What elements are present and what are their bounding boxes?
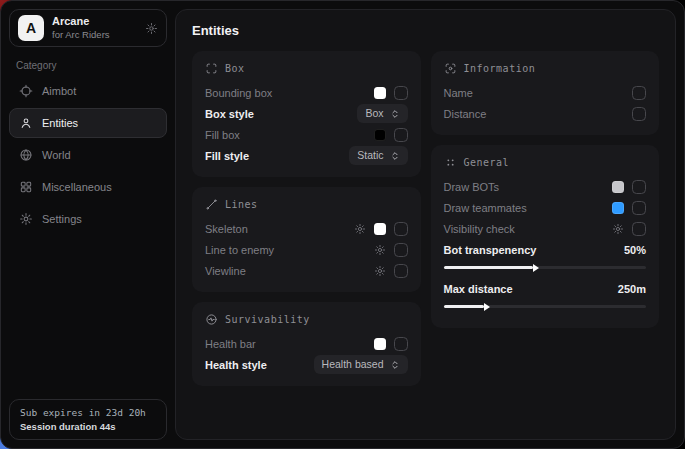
section-header: Survivability: [205, 313, 408, 326]
app-logo: A: [18, 15, 44, 41]
dropdown-value: Health based: [322, 358, 384, 371]
section-header: Information: [444, 62, 647, 75]
sidebar-item-label: Miscellaneous: [42, 181, 112, 193]
health-style-dropdown[interactable]: Health based: [314, 355, 408, 374]
slider-value: 50%: [624, 244, 646, 256]
gear-icon: [19, 212, 33, 226]
settings-gear-icon[interactable]: [612, 223, 624, 235]
dropdown-value: Static: [357, 149, 383, 162]
color-swatch[interactable]: [374, 87, 386, 99]
setting-row: Bounding box: [205, 82, 408, 103]
sidebar-item-label: Settings: [42, 213, 82, 225]
line-icon: [205, 198, 218, 211]
checkbox[interactable]: [394, 337, 408, 351]
setting-label: Draw BOTs: [444, 181, 500, 193]
checkbox[interactable]: [632, 201, 646, 215]
setting-row: Distance: [444, 103, 647, 124]
setting-row: Viewline: [205, 260, 408, 281]
box-brackets-icon: [205, 62, 218, 75]
session-duration-text: Session duration 44s: [20, 421, 156, 432]
sidebar-item-label: Aimbot: [42, 85, 76, 97]
section-information: Information Name Distance: [431, 51, 660, 135]
sidebar-item-aimbot[interactable]: Aimbot: [9, 76, 167, 106]
dots-grid-icon: [444, 156, 457, 169]
color-swatch[interactable]: [374, 129, 386, 141]
slider-thumb[interactable]: [533, 264, 539, 272]
content-columns: Box Bounding box Box style Box: [192, 51, 659, 386]
slider-thumb[interactable]: [484, 303, 490, 311]
section-title: General: [464, 157, 510, 168]
checkbox[interactable]: [632, 180, 646, 194]
slider-fill: [444, 305, 485, 308]
section-title: Information: [464, 63, 536, 74]
bot-transparency-slider[interactable]: [444, 266, 647, 269]
brand-text: Arcane for Arc Riders: [52, 15, 110, 41]
checkbox[interactable]: [394, 128, 408, 142]
setting-label: Bot transpenency: [444, 244, 537, 256]
setting-row: Name: [444, 82, 647, 103]
page-title: Entities: [192, 23, 659, 38]
settings-gear-icon[interactable]: [374, 265, 386, 277]
setting-row: Fill box: [205, 124, 408, 145]
setting-label: Name: [444, 87, 473, 99]
section-title: Box: [225, 63, 245, 74]
checkbox[interactable]: [394, 86, 408, 100]
sidebar-nav: Aimbot Entities World Miscellaneous: [9, 76, 167, 234]
category-label: Category: [16, 60, 160, 71]
max-distance-slider[interactable]: [444, 305, 647, 308]
checkbox[interactable]: [632, 107, 646, 121]
section-title: Lines: [225, 199, 258, 210]
setting-row: Fill style Static: [205, 145, 408, 166]
color-swatch[interactable]: [612, 202, 624, 214]
dropdown-value: Box: [365, 107, 383, 120]
app-window: A Arcane for Arc Riders Category Aimbot: [0, 0, 685, 449]
setting-label: Fill box: [205, 129, 240, 141]
settings-gear-icon[interactable]: [354, 223, 366, 235]
crosshair-icon: [19, 84, 33, 98]
setting-row: Visibility check: [444, 218, 647, 239]
settings-gear-icon[interactable]: [374, 244, 386, 256]
globe-icon: [19, 148, 33, 162]
section-box: Box Bounding box Box style Box: [192, 51, 421, 177]
grid-icon: [19, 180, 33, 194]
section-header: General: [444, 156, 647, 169]
brand-card: A Arcane for Arc Riders: [9, 9, 167, 47]
gear-icon[interactable]: [145, 22, 158, 35]
checkbox[interactable]: [394, 264, 408, 278]
setting-row: Skeleton: [205, 218, 408, 239]
sidebar-item-label: World: [42, 149, 71, 161]
checkbox[interactable]: [632, 222, 646, 236]
sidebar-item-world[interactable]: World: [9, 140, 167, 170]
updown-icon: [390, 360, 400, 370]
sidebar-item-settings[interactable]: Settings: [9, 204, 167, 234]
checkbox[interactable]: [394, 222, 408, 236]
sidebar-item-miscellaneous[interactable]: Miscellaneous: [9, 172, 167, 202]
setting-label: Draw teammates: [444, 202, 527, 214]
box-style-dropdown[interactable]: Box: [357, 104, 407, 123]
setting-label: Bounding box: [205, 87, 272, 99]
entities-icon: [19, 116, 33, 130]
app-title: Arcane: [52, 15, 110, 29]
right-column: Information Name Distance: [431, 51, 660, 328]
section-lines: Lines Skeleton Line to enemy: [192, 187, 421, 292]
logo-letter: A: [26, 20, 36, 36]
slider-label-row: Max distance 250m: [444, 278, 647, 299]
main-panel: Entities Box Bounding box: [175, 9, 676, 440]
section-header: Lines: [205, 198, 408, 211]
color-swatch[interactable]: [612, 181, 624, 193]
subscription-card: Sub expires in 23d 20h Session duration …: [9, 399, 167, 440]
left-column: Box Bounding box Box style Box: [192, 51, 421, 386]
setting-label: Skeleton: [205, 223, 248, 235]
sub-expiry-text: Sub expires in 23d 20h: [20, 407, 156, 418]
section-title: Survivability: [225, 314, 310, 325]
fill-style-dropdown[interactable]: Static: [349, 146, 407, 165]
setting-label: Line to enemy: [205, 244, 274, 256]
setting-label: Visibility check: [444, 223, 515, 235]
setting-row: Health bar: [205, 333, 408, 354]
checkbox[interactable]: [632, 86, 646, 100]
color-swatch[interactable]: [374, 223, 386, 235]
sidebar-item-entities[interactable]: Entities: [9, 108, 167, 138]
color-swatch[interactable]: [374, 338, 386, 350]
checkbox[interactable]: [394, 243, 408, 257]
setting-row: Box style Box: [205, 103, 408, 124]
